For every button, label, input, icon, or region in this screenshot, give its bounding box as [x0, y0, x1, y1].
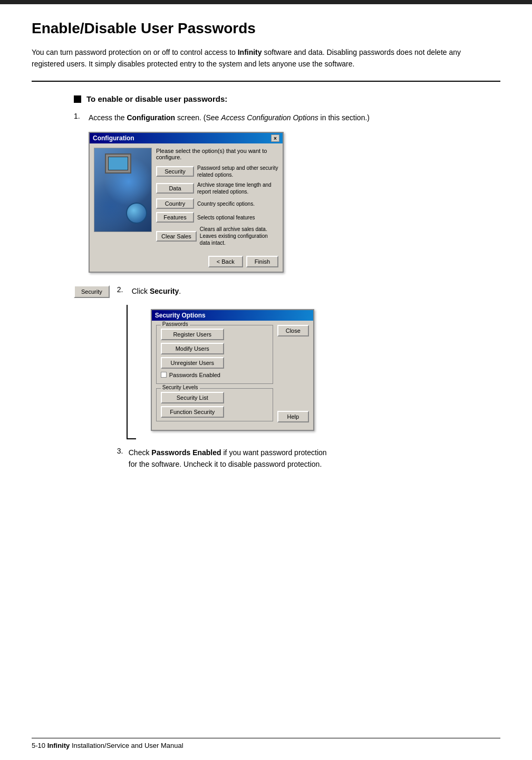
- config-security-button[interactable]: Security: [156, 166, 194, 177]
- unregister-users-button[interactable]: Unregister Users: [161, 357, 224, 369]
- passwords-group: Passwords Register Users Modify Users Un…: [156, 325, 273, 384]
- config-row-country: Country Country specific options.: [156, 198, 278, 209]
- step-1-number: 1.: [74, 112, 89, 120]
- l-line-horizontal: [127, 438, 136, 439]
- config-finish-button[interactable]: Finish: [246, 256, 278, 267]
- step-3: 3. Check Passwords Enabled if you want p…: [117, 447, 329, 470]
- step-header: To enable or disable user passwords:: [74, 94, 500, 103]
- config-clearsales-desc: Clears all archive sales data. Leaves ex…: [200, 226, 278, 246]
- config-country-desc: Country specific options.: [197, 200, 278, 207]
- step-header-text: To enable or disable user passwords:: [86, 94, 227, 103]
- config-right: Please select the option(s) that you wan…: [156, 148, 278, 249]
- connector-wrapper: Security Options Passwords Register User…: [117, 305, 329, 439]
- globe-icon: [126, 203, 147, 224]
- footer-manual: Installation/Service and User Manual: [70, 742, 183, 749]
- config-features-desc: Selects optional features: [197, 214, 278, 221]
- step-2-content: 2. Click Security. Sec: [117, 285, 329, 470]
- footer-page-ref: 5-10: [32, 742, 45, 749]
- sec-dialog-wrapper: Security Options Passwords Register User…: [136, 305, 314, 439]
- step-3-text: Check Passwords Enabled if you want pass…: [129, 447, 329, 470]
- page-title: Enable/Disable User Passwords: [32, 20, 500, 37]
- passwords-enabled-checkbox[interactable]: [161, 372, 167, 378]
- security-help-button[interactable]: Help: [277, 411, 309, 422]
- register-users-button[interactable]: Register Users: [161, 329, 224, 340]
- config-titlebar: Configuration ×: [90, 133, 283, 143]
- l-line-vertical: [127, 305, 128, 439]
- step-1-text: Access the Configuration screen. (See Ac…: [89, 112, 370, 123]
- config-prompt: Please select the option(s) that you wan…: [156, 148, 278, 160]
- step-2: 2. Click Security.: [117, 285, 329, 297]
- security-inline-button[interactable]: Security: [74, 285, 110, 298]
- config-footer: < Back Finish: [90, 254, 283, 272]
- section-divider: [32, 81, 500, 82]
- step-2-number: 2.: [117, 285, 132, 294]
- top-bar: [0, 0, 532, 4]
- passwords-enabled-label: Passwords Enabled: [169, 372, 220, 378]
- config-close-button[interactable]: ×: [271, 134, 279, 142]
- function-security-button[interactable]: Function Security: [161, 406, 224, 418]
- bullet-icon: [74, 95, 81, 103]
- config-dialog: Configuration × Please select the option…: [89, 132, 284, 273]
- security-left-panel: Passwords Register Users Modify Users Un…: [156, 325, 273, 426]
- security-body: Passwords Register Users Modify Users Un…: [152, 321, 313, 430]
- config-security-desc: Password setup and other security relate…: [197, 165, 278, 178]
- intro-bold: Infinity: [238, 48, 262, 56]
- l-connector: [117, 305, 136, 439]
- modify-users-button[interactable]: Modify Users: [161, 343, 224, 354]
- config-body: Please select the option(s) that you wan…: [90, 143, 283, 254]
- passwords-enabled-row: Passwords Enabled: [161, 372, 268, 378]
- footer-bold: Infinity: [47, 742, 70, 749]
- security-close-button[interactable]: Close: [277, 325, 309, 336]
- security-levels-group: Security Levels Security List Function S…: [156, 388, 273, 421]
- page-content: Enable/Disable User Passwords You can tu…: [0, 4, 532, 510]
- config-image: [94, 148, 152, 232]
- monitor-screen: [108, 157, 128, 170]
- passwords-group-label: Passwords: [161, 321, 190, 327]
- config-row-clearsales: Clear Sales Clears all archive sales dat…: [156, 226, 278, 246]
- step-2-security-btn-wrapper: Security: [74, 285, 110, 305]
- security-right-panel: Close Help: [277, 325, 309, 426]
- security-titlebar: Security Options: [152, 310, 313, 321]
- config-data-button[interactable]: Data: [156, 183, 194, 194]
- page-footer: 5-10 Infinity Installation/Service and U…: [32, 738, 500, 749]
- config-row-features: Features Selects optional features: [156, 212, 278, 223]
- step-3-number: 3.: [117, 447, 129, 455]
- security-list-button[interactable]: Security List: [161, 392, 224, 403]
- monitor-icon: [105, 153, 131, 174]
- config-data-desc: Archive storage time length and report r…: [197, 181, 278, 195]
- config-back-button[interactable]: < Back: [208, 256, 243, 267]
- step-2-row: Security 2. Click Security.: [74, 285, 500, 470]
- security-title: Security Options: [155, 312, 206, 319]
- config-clearsales-button[interactable]: Clear Sales: [156, 231, 197, 242]
- config-country-button[interactable]: Country: [156, 198, 194, 209]
- config-title: Configuration: [93, 134, 134, 142]
- step-1: 1. Access the Configuration screen. (See…: [74, 112, 500, 123]
- steps-section: To enable or disable user passwords: 1. …: [74, 94, 500, 470]
- step-2-text: Click Security.: [132, 285, 181, 297]
- intro-paragraph: You can turn password protection on or o…: [32, 46, 464, 70]
- footer-text: 5-10 Infinity Installation/Service and U…: [32, 742, 183, 749]
- config-row-data: Data Archive storage time length and rep…: [156, 181, 278, 195]
- security-levels-label: Security Levels: [161, 384, 200, 390]
- config-image-inner: [94, 148, 151, 232]
- config-features-button[interactable]: Features: [156, 212, 194, 223]
- config-row-security: Security Password setup and other securi…: [156, 165, 278, 178]
- security-options-dialog: Security Options Passwords Register User…: [151, 309, 314, 431]
- intro-text-1: You can turn password protection on or o…: [32, 48, 238, 56]
